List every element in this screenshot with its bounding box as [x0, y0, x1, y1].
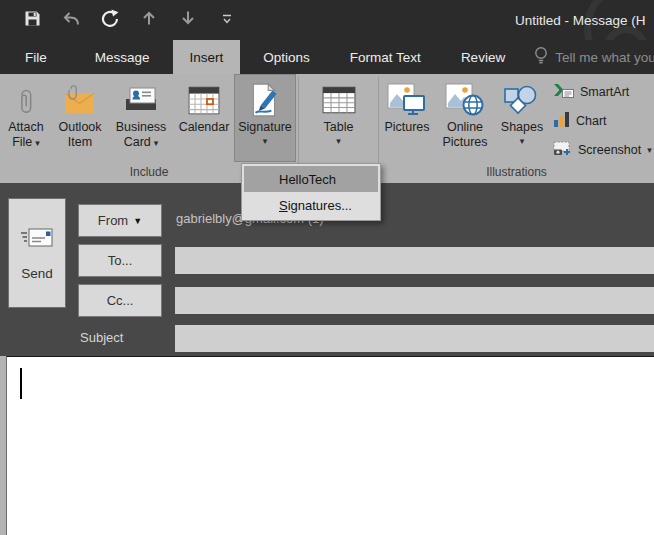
smartart-icon	[553, 82, 574, 102]
illustrations-small-buttons: SmartArt Chart Screenshot ▾	[549, 74, 652, 162]
to-button[interactable]: To...	[78, 244, 162, 277]
save-icon	[24, 10, 41, 31]
lightbulb-icon	[534, 46, 548, 68]
from-caret-icon: ▼	[133, 216, 142, 226]
qat-more-icon	[222, 11, 232, 29]
dropdown-caret-icon: ▾	[154, 138, 159, 148]
ribbon-group-illustrations: Pictures Online Pictures Shapes ▾	[379, 74, 654, 183]
dropdown-caret-icon: ▾	[263, 136, 268, 146]
outlook-message-window: Untitled - Message (H File Message Inser…	[0, 0, 654, 535]
send-envelope-icon	[19, 225, 55, 254]
customize-qat-button[interactable]	[215, 7, 239, 33]
tab-file[interactable]: File	[8, 40, 64, 74]
cc-button[interactable]: Cc...	[78, 284, 162, 317]
send-button[interactable]: Send	[8, 198, 66, 308]
subject-field[interactable]	[175, 325, 654, 352]
signature-button[interactable]: Signature ▾	[234, 74, 296, 162]
tab-message[interactable]: Message	[78, 40, 167, 74]
menu-item-hellotech[interactable]: HelloTech	[244, 166, 378, 192]
dropdown-caret-icon: ▾	[520, 136, 525, 146]
undo-button[interactable]	[59, 7, 83, 33]
business-card-icon	[122, 80, 160, 120]
tab-options[interactable]: Options	[246, 40, 327, 74]
table-icon	[322, 80, 356, 120]
online-pictures-button[interactable]: Online Pictures	[435, 74, 495, 162]
tell-me-label: Tell me what you w	[555, 50, 654, 65]
tab-format-text[interactable]: Format Text	[333, 40, 438, 74]
text-cursor	[20, 368, 22, 399]
tab-insert[interactable]: Insert	[173, 40, 241, 74]
table-button[interactable]: Table ▾	[311, 74, 367, 162]
pictures-button[interactable]: Pictures	[379, 74, 435, 162]
group-label-illustrations: Illustrations	[379, 162, 654, 183]
business-card-button[interactable]: Business Card▾	[108, 74, 174, 162]
calendar-button[interactable]: Calendar	[174, 74, 234, 162]
online-pictures-icon	[445, 80, 485, 120]
dropdown-caret-icon: ▾	[35, 138, 40, 148]
screenshot-button[interactable]: Screenshot ▾	[553, 137, 652, 162]
from-button[interactable]: From▼	[78, 204, 162, 237]
dropdown-caret-icon: ▾	[336, 136, 341, 146]
ribbon-tab-bar: File Message Insert Options Format Text …	[0, 40, 654, 74]
window-title: Untitled - Message (H	[515, 13, 646, 28]
attach-file-button[interactable]: Attach File▾	[0, 74, 52, 162]
dropdown-caret-icon: ▾	[647, 145, 652, 155]
cc-field[interactable]	[175, 287, 654, 314]
arrow-up-icon	[141, 10, 157, 30]
pictures-icon	[387, 80, 427, 120]
chart-button[interactable]: Chart	[553, 108, 652, 133]
outlook-item-button[interactable]: Outlook Item	[52, 74, 108, 162]
send-label: Send	[21, 266, 53, 281]
undo-icon	[61, 11, 81, 30]
subject-label: Subject	[80, 330, 123, 345]
calendar-icon	[188, 80, 220, 120]
screenshot-icon	[553, 141, 572, 159]
paperclip-icon	[15, 80, 37, 120]
arrow-down-icon	[180, 10, 196, 30]
signature-icon	[247, 80, 283, 120]
save-button[interactable]	[20, 7, 44, 33]
outlook-item-icon	[62, 80, 98, 120]
shapes-button[interactable]: Shapes ▾	[495, 74, 549, 162]
menu-item-signatures[interactable]: Signatures...	[244, 192, 378, 218]
titlebar: Untitled - Message (H	[0, 0, 654, 40]
quick-access-toolbar	[20, 0, 239, 40]
message-body-editor[interactable]	[6, 356, 654, 535]
shapes-icon	[502, 80, 542, 120]
move-up-button[interactable]	[137, 7, 161, 33]
chart-icon	[553, 111, 570, 131]
move-down-button[interactable]	[176, 7, 200, 33]
signature-dropdown-menu: HelloTech Signatures...	[241, 163, 381, 221]
smartart-button[interactable]: SmartArt	[553, 79, 652, 104]
to-field[interactable]	[175, 247, 654, 274]
redo-button[interactable]	[98, 7, 122, 33]
redo-icon	[101, 9, 120, 31]
tell-me-box[interactable]: Tell me what you w	[534, 40, 654, 74]
tab-review[interactable]: Review	[444, 40, 522, 74]
